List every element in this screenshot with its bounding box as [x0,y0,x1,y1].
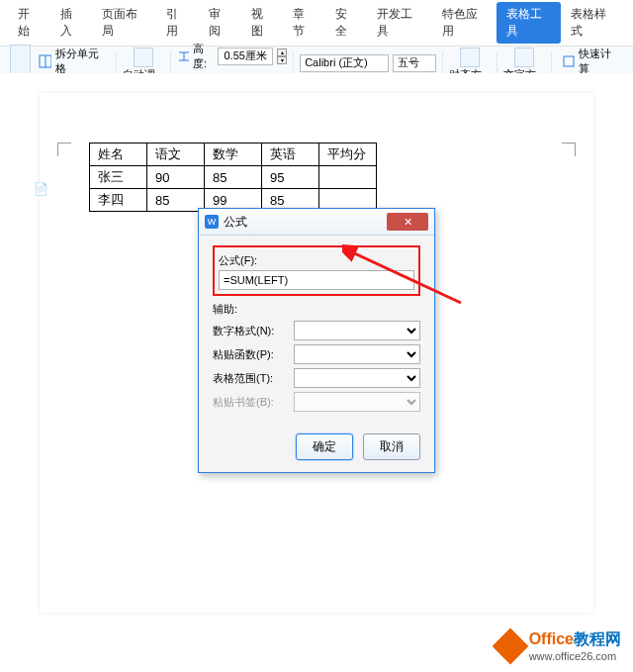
close-button[interactable]: ✕ [387,213,428,231]
table-row: 张三 90 85 95 [90,166,377,189]
ok-button[interactable]: 确定 [296,433,353,460]
row-height-input[interactable] [218,48,273,65]
auto-fit-icon [134,48,153,67]
height-label: 高度: [193,42,214,71]
watermark: Office教程网 www.office26.com [497,629,621,662]
table-range-select[interactable] [294,368,420,388]
paste-bookmark-select [294,392,420,412]
paste-function-label: 粘贴函数(P): [213,347,288,362]
number-format-label: 数字格式(N): [213,324,288,338]
table-header-cell[interactable]: 数学 [205,144,262,166]
row-height-icon [177,49,189,63]
table-header-cell[interactable]: 语文 [147,144,205,166]
table-header-cell[interactable]: 姓名 [90,144,147,166]
formula-input[interactable] [219,270,414,290]
menu-reference[interactable]: 引用 [156,2,199,44]
paste-function-select[interactable] [294,344,420,364]
table-cell[interactable]: 90 [147,166,205,189]
data-table[interactable]: 姓名 语文 数学 英语 平均分 张三 90 85 95 李四 85 99 85 [89,143,377,212]
menu-start[interactable]: 开始 [8,2,50,44]
menu-table-style[interactable]: 表格样式 [561,2,625,44]
paragraph-mark-icon: 📄 [34,182,48,196]
quick-calc-label: 快速计算 [579,47,619,76]
font-size-select[interactable] [393,54,436,72]
menu-special[interactable]: 特色应用 [432,2,497,44]
formula-dialog: W 公式 ✕ 公式(F): 辅助: 数字格式(N): 粘贴函数(P): 表格范围… [198,208,435,473]
menu-insert[interactable]: 插入 [50,2,93,44]
watermark-url: www.office26.com [529,650,621,662]
app-icon: W [205,215,219,229]
menu-view[interactable]: 视图 [241,2,284,44]
highlight-annotation: 公式(F): [213,245,420,296]
menu-bar: 开始 插入 页面布局 引用 审阅 视图 章节 安全 开发工具 特色应用 表格工具… [0,0,633,47]
table-range-label: 表格范围(T): [213,371,288,386]
table-cell[interactable]: 李四 [90,189,147,212]
dialog-title: 公式 [224,214,247,231]
paste-bookmark-label: 粘贴书签(B): [213,395,288,410]
menu-layout[interactable]: 页面布局 [92,2,156,44]
font-name-select[interactable] [300,54,389,72]
table-cell[interactable]: 张三 [90,166,147,189]
page-corner-tl [57,143,71,156]
menu-devtools[interactable]: 开发工具 [367,2,431,44]
svg-rect-10 [564,56,574,66]
calc-icon [562,54,575,68]
number-format-select[interactable] [294,321,420,340]
page-corner-tr [562,143,576,156]
split-cell-label: 拆分单元格 [55,47,106,76]
table-header-cell[interactable]: 英语 [262,144,319,166]
menu-review[interactable]: 审阅 [199,2,241,44]
table-header-cell[interactable]: 平均分 [319,144,377,166]
table-cell[interactable]: 95 [262,166,319,189]
split-cell-icon [39,54,51,68]
align-icon [460,48,480,67]
menu-table-tools[interactable]: 表格工具 [497,2,561,44]
text-direction-icon [514,48,534,67]
table-cell[interactable] [319,166,377,189]
table-header-row: 姓名 语文 数学 英语 平均分 [90,144,377,166]
assist-label: 辅助: [213,302,420,317]
dialog-titlebar[interactable]: W 公式 ✕ [199,209,434,236]
table-cell[interactable]: 85 [147,189,205,212]
menu-chapter[interactable]: 章节 [283,2,325,44]
table-cell[interactable]: 85 [205,166,262,189]
menu-security[interactable]: 安全 [325,2,368,44]
height-spinner[interactable]: ▴▾ [277,48,287,64]
watermark-brand: Office教程网 [529,629,621,650]
formula-field-label: 公式(F): [219,253,414,268]
watermark-icon [492,627,528,664]
cancel-button[interactable]: 取消 [363,433,420,460]
